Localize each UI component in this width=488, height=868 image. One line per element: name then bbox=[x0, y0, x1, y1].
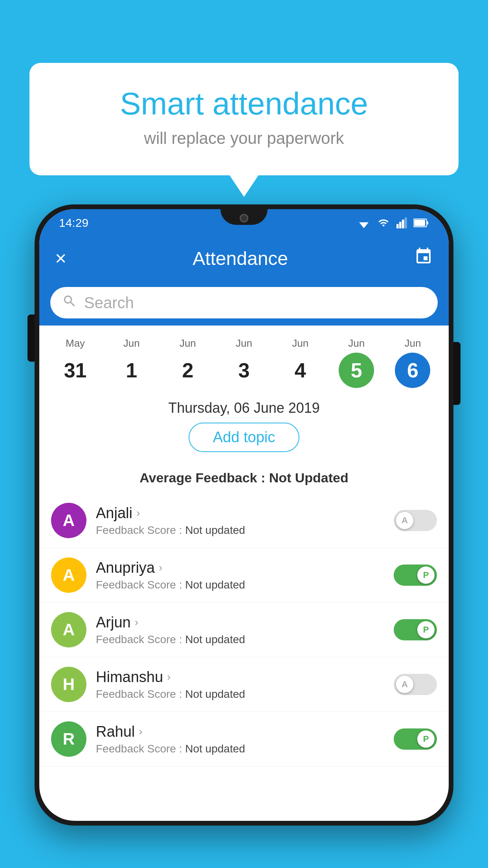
svg-rect-7 bbox=[427, 221, 428, 224]
student-info: Arjun › Feedback Score : Not updated bbox=[86, 614, 394, 646]
svg-rect-3 bbox=[399, 222, 402, 228]
phone-inner: 14:29 bbox=[39, 209, 449, 821]
calendar-day-4[interactable]: Jun 4 bbox=[272, 337, 328, 388]
calendar-day-1[interactable]: Jun 1 bbox=[103, 337, 160, 388]
attendance-toggle[interactable]: A bbox=[394, 510, 437, 531]
chevron-icon: › bbox=[167, 671, 171, 683]
student-name: Arjun › bbox=[96, 614, 394, 631]
average-feedback: Average Feedback : Not Updated bbox=[39, 466, 449, 493]
bubble-subtitle: will replace your paperwork bbox=[61, 129, 427, 148]
chevron-icon: › bbox=[139, 725, 142, 738]
add-topic-button[interactable]: Add topic bbox=[189, 423, 299, 452]
search-bar[interactable]: Search bbox=[50, 287, 438, 318]
toggle-knob: P bbox=[417, 566, 435, 584]
attendance-toggle[interactable]: P bbox=[394, 565, 437, 586]
student-name: Anupriya › bbox=[96, 559, 394, 576]
chevron-icon: › bbox=[135, 616, 138, 629]
avatar: H bbox=[51, 667, 86, 702]
student-name: Anjali › bbox=[96, 505, 394, 522]
feedback-score: Feedback Score : Not updated bbox=[96, 524, 394, 537]
bubble-title: Smart attendance bbox=[61, 86, 427, 121]
svg-rect-2 bbox=[396, 224, 399, 228]
avatar: A bbox=[51, 503, 86, 538]
search-bar-wrapper: Search bbox=[39, 280, 449, 326]
signal-icon bbox=[396, 217, 408, 228]
student-info: Anupriya › Feedback Score : Not updated bbox=[86, 559, 394, 591]
student-item[interactable]: H Himanshu › Feedback Score : Not update… bbox=[39, 657, 449, 712]
search-icon bbox=[62, 294, 77, 312]
attendance-toggle[interactable]: P bbox=[394, 728, 437, 750]
date-label: Thursday, 06 June 2019 bbox=[39, 392, 449, 423]
toggle-knob: A bbox=[396, 676, 413, 693]
attendance-toggle[interactable]: A bbox=[394, 674, 437, 695]
student-info: Rahul › Feedback Score : Not updated bbox=[86, 723, 394, 755]
student-list: A Anjali › Feedback Score : Not updated … bbox=[39, 493, 449, 767]
avatar: A bbox=[51, 557, 86, 593]
close-button[interactable]: × bbox=[55, 247, 66, 270]
speech-bubble: Smart attendance will replace your paper… bbox=[29, 63, 459, 175]
notch-camera bbox=[240, 214, 248, 223]
toggle-knob: P bbox=[417, 621, 435, 638]
search-placeholder: Search bbox=[84, 294, 134, 312]
wifi-icon bbox=[357, 217, 371, 228]
toggle-knob: A bbox=[396, 512, 413, 529]
avatar: A bbox=[51, 612, 86, 647]
student-info: Anjali › Feedback Score : Not updated bbox=[86, 505, 394, 537]
chevron-icon: › bbox=[159, 561, 162, 574]
student-item[interactable]: A Anjali › Feedback Score : Not updated … bbox=[39, 493, 449, 548]
app-bar-title: Attendance bbox=[193, 248, 288, 269]
calendar-row: May 31 Jun 1 Jun 2 Jun 3 Jun 4 Jun 5 Jun… bbox=[39, 326, 449, 392]
feedback-score: Feedback Score : Not updated bbox=[96, 579, 394, 591]
student-item[interactable]: R Rahul › Feedback Score : Not updated P bbox=[39, 712, 449, 767]
student-item[interactable]: A Arjun › Feedback Score : Not updated P bbox=[39, 603, 449, 657]
calendar-day-6[interactable]: Jun 6 bbox=[385, 337, 441, 388]
phone-wrapper: 14:29 bbox=[35, 204, 453, 868]
calendar-button[interactable] bbox=[414, 247, 433, 270]
student-name: Rahul › bbox=[96, 723, 394, 740]
feedback-score: Feedback Score : Not updated bbox=[96, 743, 394, 755]
avatar: R bbox=[51, 721, 86, 757]
calendar-day-0[interactable]: May 31 bbox=[47, 337, 103, 388]
status-time: 14:29 bbox=[59, 216, 88, 230]
app-bar: × Attendance bbox=[39, 237, 449, 280]
feedback-score: Feedback Score : Not updated bbox=[96, 688, 394, 701]
calendar-day-5[interactable]: Jun 5 bbox=[328, 337, 385, 388]
student-item[interactable]: A Anupriya › Feedback Score : Not update… bbox=[39, 548, 449, 603]
chevron-icon: › bbox=[136, 507, 140, 519]
student-info: Himanshu › Feedback Score : Not updated bbox=[86, 669, 394, 701]
wifi-icon bbox=[376, 217, 391, 228]
calendar-day-2[interactable]: Jun 2 bbox=[160, 337, 216, 388]
svg-rect-4 bbox=[402, 220, 404, 228]
student-name: Himanshu › bbox=[96, 669, 394, 686]
svg-rect-8 bbox=[414, 220, 425, 226]
toggle-knob: P bbox=[417, 730, 435, 748]
battery-icon bbox=[413, 218, 429, 228]
attendance-toggle[interactable]: P bbox=[394, 619, 437, 640]
calendar-day-3[interactable]: Jun 3 bbox=[216, 337, 272, 388]
status-icons bbox=[357, 217, 429, 228]
svg-rect-5 bbox=[405, 217, 407, 228]
feedback-score: Feedback Score : Not updated bbox=[96, 633, 394, 646]
phone-outer: 14:29 bbox=[35, 204, 453, 826]
